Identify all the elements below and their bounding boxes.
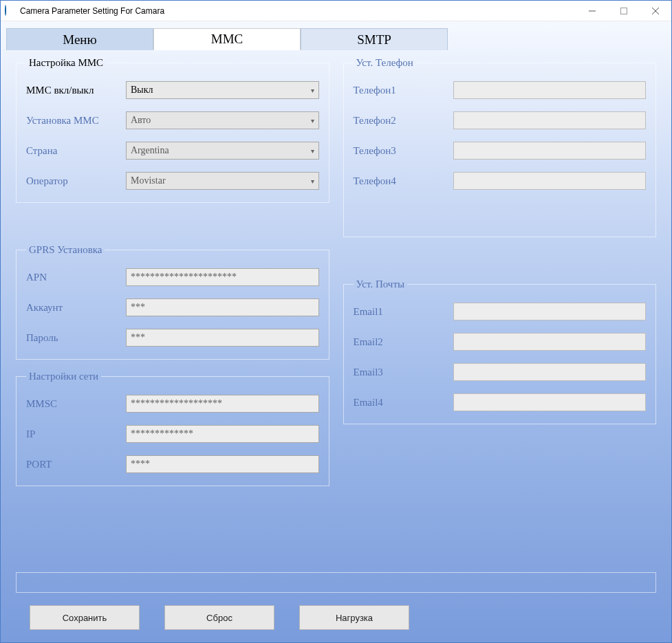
account-input[interactable]: ***: [126, 298, 319, 316]
select-value: Argentina: [131, 145, 169, 156]
titlebar: Camera Parameter Setting For Camara: [1, 1, 671, 21]
input-value: *******************: [131, 398, 222, 409]
password-input[interactable]: ***: [126, 329, 319, 347]
phone2-input[interactable]: [453, 111, 646, 129]
email3-label: Email3: [354, 367, 453, 378]
reset-button[interactable]: Сброс: [164, 605, 274, 630]
minimize-icon: [589, 8, 596, 14]
mmc-onoff-select[interactable]: Выкл ▾: [126, 81, 319, 99]
tab-mmc[interactable]: MMC: [153, 28, 301, 50]
svg-rect-1: [621, 8, 627, 14]
form-columns: Настройка MMC ММС вкл/выкл Выкл ▾ Устано…: [6, 50, 666, 572]
right-column: Уст. Телефон Телефон1 Телефон2 Телефон3: [343, 57, 657, 572]
app-icon: [5, 6, 16, 17]
maximize-icon: [620, 8, 627, 14]
country-label: Страна: [26, 145, 126, 157]
group-legend: Настройка MMC: [26, 57, 106, 69]
apn-input[interactable]: **********************: [126, 268, 319, 286]
email1-input[interactable]: [453, 303, 646, 320]
tab-menu[interactable]: Меню: [6, 28, 153, 50]
phone3-input[interactable]: [453, 142, 646, 160]
chevron-down-icon: ▾: [311, 117, 314, 124]
group-phone: Уст. Телефон Телефон1 Телефон2 Телефон3: [343, 57, 657, 237]
mmc-setup-label: Установка MMC: [26, 115, 126, 127]
button-label: Сохранить: [63, 613, 107, 623]
load-button[interactable]: Нагрузка: [299, 605, 409, 630]
minimize-button[interactable]: [576, 1, 608, 21]
input-value: *************: [131, 428, 193, 439]
mmsc-input[interactable]: *******************: [126, 395, 319, 413]
mmsc-label: MMSC: [26, 398, 126, 410]
email1-label: Email1: [354, 306, 453, 318]
input-value: ***: [131, 332, 145, 343]
mmc-onoff-label: ММС вкл/выкл: [26, 85, 126, 96]
button-bar: Сохранить Сброс Нагрузка: [6, 593, 666, 635]
select-value: Авто: [131, 115, 151, 126]
chevron-down-icon: ▾: [311, 177, 314, 185]
email2-label: Email2: [354, 336, 453, 348]
phone4-label: Телефон4: [354, 175, 453, 187]
group-gprs: GPRS Установка APN *********************…: [16, 244, 329, 360]
tab-smtp[interactable]: SMTP: [301, 28, 448, 50]
input-value: **********************: [131, 272, 237, 283]
chevron-down-icon: ▾: [311, 87, 314, 94]
phone4-input[interactable]: [453, 172, 646, 190]
select-value: Выкл: [131, 85, 153, 96]
window-controls: [576, 1, 671, 21]
group-legend: Уст. Телефон: [354, 57, 416, 69]
email2-input[interactable]: [453, 333, 646, 351]
separator-box: [16, 572, 656, 593]
mmc-setup-select[interactable]: Авто ▾: [126, 111, 319, 129]
group-legend: GPRS Установка: [26, 244, 105, 256]
port-input[interactable]: ****: [126, 455, 319, 473]
email3-input[interactable]: [453, 363, 646, 381]
tab-label: SMTP: [357, 32, 391, 47]
group-mmc-setup: Настройка MMC ММС вкл/выкл Выкл ▾ Устано…: [16, 57, 329, 203]
phone1-label: Телефон1: [354, 85, 453, 96]
group-net: Настройки сети MMSC ******************* …: [16, 371, 329, 486]
group-legend: Уст. Почты: [354, 279, 408, 290]
ip-input[interactable]: *************: [126, 425, 319, 443]
chevron-down-icon: ▾: [311, 147, 314, 155]
operator-select[interactable]: Movistar ▾: [126, 172, 319, 190]
tab-label: Меню: [63, 32, 96, 47]
window-title: Camera Parameter Setting For Camara: [20, 6, 576, 16]
country-select[interactable]: Argentina ▾: [126, 142, 319, 160]
input-value: ****: [131, 459, 150, 470]
ip-label: IP: [26, 428, 126, 440]
app-window: Camera Parameter Setting For Camara Меню…: [0, 0, 672, 643]
button-label: Сброс: [206, 613, 232, 623]
save-button[interactable]: Сохранить: [30, 605, 140, 630]
input-value: ***: [131, 302, 145, 313]
client-area: Меню MMC SMTP Настройка MMC ММС вкл/выкл…: [1, 21, 671, 642]
maximize-button[interactable]: [608, 1, 640, 21]
phone2-label: Телефон2: [354, 115, 453, 127]
phone1-input[interactable]: [453, 81, 646, 99]
apn-label: APN: [26, 272, 126, 283]
tabs: Меню MMC SMTP: [6, 28, 666, 50]
panel-mmc: Настройка MMC ММС вкл/выкл Выкл ▾ Устано…: [6, 50, 666, 635]
tab-label: MMC: [211, 32, 243, 47]
button-label: Нагрузка: [336, 613, 373, 623]
left-column: Настройка MMC ММС вкл/выкл Выкл ▾ Устано…: [16, 57, 329, 572]
account-label: Аккаунт: [26, 302, 126, 314]
password-label: Пароль: [26, 332, 126, 344]
port-label: PORT: [26, 459, 126, 470]
email4-input[interactable]: [453, 393, 646, 411]
group-mail: Уст. Почты Email1 Email2 Email3: [343, 279, 657, 424]
close-button[interactable]: [640, 1, 671, 21]
close-icon: [652, 8, 659, 14]
phone3-label: Телефон3: [354, 145, 453, 157]
select-value: Movistar: [131, 175, 166, 186]
email4-label: Email4: [354, 397, 453, 408]
group-legend: Настройки сети: [26, 371, 101, 382]
operator-label: Оператор: [26, 175, 126, 187]
